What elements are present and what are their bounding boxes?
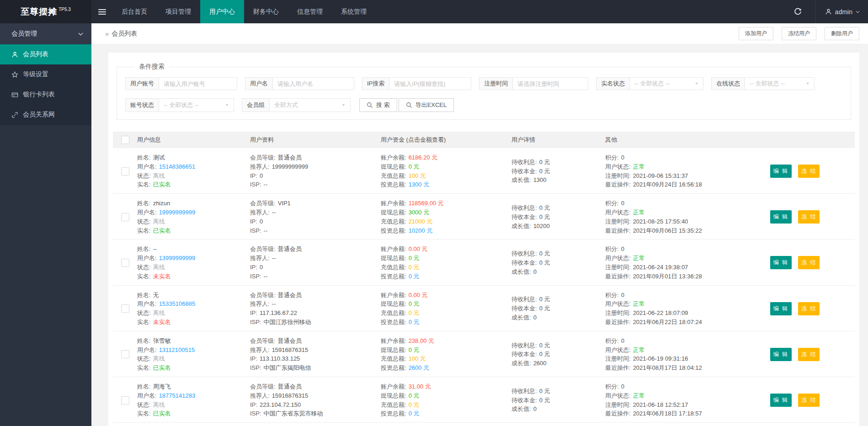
edit-button[interactable]: 编 辑 <box>770 348 792 361</box>
sidebar-item-level-settings[interactable]: 等级设置 <box>0 64 91 85</box>
username-value[interactable]: 18775141283 <box>159 391 196 400</box>
nav-item-system[interactable]: 系统管理 <box>332 0 376 23</box>
add-user-button[interactable]: 添加用户 <box>739 27 773 40</box>
balance-value[interactable]: 118569.00 元 <box>409 199 444 208</box>
export-excel-button[interactable]: 导出EXCEL <box>399 98 454 112</box>
edit-button[interactable]: 编 辑 <box>770 256 792 269</box>
status-label: 状态: <box>137 217 151 226</box>
recharge-value[interactable]: 100 元 <box>409 354 426 363</box>
row-checkbox[interactable] <box>121 213 129 221</box>
nav-item-finance[interactable]: 财务中心 <box>244 0 288 23</box>
sidebar-item-bank-cards[interactable]: 银行卡列表 <box>0 85 91 105</box>
freeze-button[interactable]: 冻 结 <box>798 210 820 224</box>
row-checkbox[interactable] <box>121 350 129 358</box>
invest-value[interactable]: 0 元 <box>409 272 420 281</box>
edit-button[interactable]: 编 辑 <box>770 210 792 224</box>
withdraw-value[interactable]: 0 元 <box>409 391 420 400</box>
freeze-button[interactable]: 冻 结 <box>798 165 820 178</box>
ip-input[interactable] <box>389 78 471 90</box>
freeze-button[interactable]: 冻 结 <box>798 302 820 315</box>
regtime-input[interactable] <box>513 78 588 90</box>
interest-value: 0 元 <box>539 203 550 213</box>
isp-label: ISP: <box>250 318 261 327</box>
referrer-label: 推荐人: <box>250 254 270 263</box>
balance-value[interactable]: 0.00 元 <box>409 245 428 254</box>
sidebar-item-member-list[interactable]: 会员列表 <box>0 44 91 64</box>
invest-value[interactable]: 2600 元 <box>409 363 430 373</box>
row-checkbox[interactable] <box>121 396 129 405</box>
username-value[interactable]: 13999999999 <box>159 254 196 263</box>
recharge-value[interactable]: 21000 元 <box>409 217 433 226</box>
name-label: 姓名: <box>137 245 151 254</box>
invest-value[interactable]: 1300 元 <box>409 180 430 189</box>
dropdown-arrow-icon: ▼ <box>225 103 229 107</box>
row-checkbox[interactable] <box>121 259 129 267</box>
growth-label: 成长值: <box>511 359 531 368</box>
member-group-field: 会员组 全部方式▼ <box>242 98 351 112</box>
balance-value[interactable]: 6186.20 元 <box>409 153 438 162</box>
growth-label: 成长值: <box>511 176 531 185</box>
row-checkbox[interactable] <box>121 167 129 176</box>
table-row: 姓名:周海飞 用户名:18775141283 状态:离线 实名:已实名 会员等级… <box>113 377 855 422</box>
double-chevron-icon: » <box>105 30 108 37</box>
username-input[interactable] <box>273 78 354 90</box>
recharge-value[interactable]: 0 元 <box>409 309 420 318</box>
recharge-value[interactable]: 0 元 <box>409 263 420 272</box>
field-label: 在线状态 <box>712 78 745 90</box>
ip-search-field: IP搜索 <box>362 77 471 90</box>
account-status-select[interactable]: -- 全部状态 --▼ <box>159 99 234 112</box>
points-value: 0 <box>621 382 624 391</box>
invest-label: 投资总额: <box>381 363 406 373</box>
withdraw-value[interactable]: 0 元 <box>409 254 420 263</box>
invest-value[interactable]: 10200 元 <box>409 226 433 235</box>
user-status-label: 用户状态: <box>605 346 631 355</box>
growth-label: 成长值: <box>511 313 531 322</box>
isp-label: ISP: <box>250 226 261 235</box>
ip-label: IP: <box>250 263 257 272</box>
sidebar-toggle-button[interactable] <box>91 0 112 23</box>
invest-value[interactable]: 0 元 <box>409 318 420 327</box>
balance-value[interactable]: 0.00 元 <box>409 291 428 300</box>
online-status-select[interactable]: -- 全部状态 --▼ <box>745 78 814 90</box>
withdraw-value[interactable]: 0 元 <box>409 346 420 355</box>
name-label: 姓名: <box>137 199 151 208</box>
nav-item-user-center[interactable]: 用户中心 <box>200 0 244 23</box>
nav-item-project[interactable]: 项目管理 <box>156 0 200 23</box>
username-value[interactable]: 15335106885 <box>159 299 196 309</box>
sidebar-group-member-mgmt[interactable]: 会员管理 <box>0 23 91 44</box>
delete-user-button[interactable]: 删除用户 <box>825 27 859 40</box>
withdraw-value[interactable]: 3000 元 <box>409 208 430 217</box>
balance-value[interactable]: 238.00 元 <box>409 336 434 346</box>
realname-status-select[interactable]: -- 全部状态 --▼ <box>630 78 703 90</box>
freeze-user-button[interactable]: 冻结用户 <box>782 27 816 40</box>
row-checkbox[interactable] <box>121 304 129 313</box>
withdraw-value[interactable]: 0 元 <box>409 299 420 309</box>
search-button[interactable]: 搜 索 <box>359 98 397 112</box>
realname-value: 已实名 <box>153 409 171 418</box>
freeze-button[interactable]: 冻 结 <box>798 348 820 361</box>
username-value[interactable]: 13112100515 <box>159 346 195 355</box>
account-input[interactable] <box>159 78 237 90</box>
freeze-button[interactable]: 冻 结 <box>798 394 820 407</box>
realname-value: 已实名 <box>153 226 171 235</box>
edit-button[interactable]: 编 辑 <box>770 165 792 178</box>
freeze-button[interactable]: 冻 结 <box>798 256 820 269</box>
recharge-value[interactable]: 100 元 <box>409 171 426 181</box>
sidebar-item-relation-net[interactable]: 会员关系网 <box>0 105 91 125</box>
select-all-checkbox[interactable] <box>121 136 129 144</box>
username-value[interactable]: 19999999999 <box>159 208 196 217</box>
name-value: 张雪敏 <box>153 336 171 346</box>
admin-menu[interactable]: admin <box>815 0 868 23</box>
invest-value[interactable]: 0 元 <box>409 409 420 418</box>
balance-value[interactable]: 31.00 元 <box>409 382 431 391</box>
edit-button[interactable]: 编 辑 <box>770 302 792 315</box>
member-group-select[interactable]: 全部方式▼ <box>270 99 350 112</box>
refresh-button[interactable] <box>780 0 815 23</box>
username-value[interactable]: 15148386651 <box>159 162 196 171</box>
withdraw-value[interactable]: 0 元 <box>409 162 420 171</box>
recharge-value[interactable]: 0 元 <box>409 400 420 410</box>
nav-item-info[interactable]: 信息管理 <box>288 0 332 23</box>
status-label: 状态: <box>137 354 151 363</box>
edit-button[interactable]: 编 辑 <box>770 394 792 407</box>
nav-item-home[interactable]: 后台首页 <box>112 0 156 23</box>
